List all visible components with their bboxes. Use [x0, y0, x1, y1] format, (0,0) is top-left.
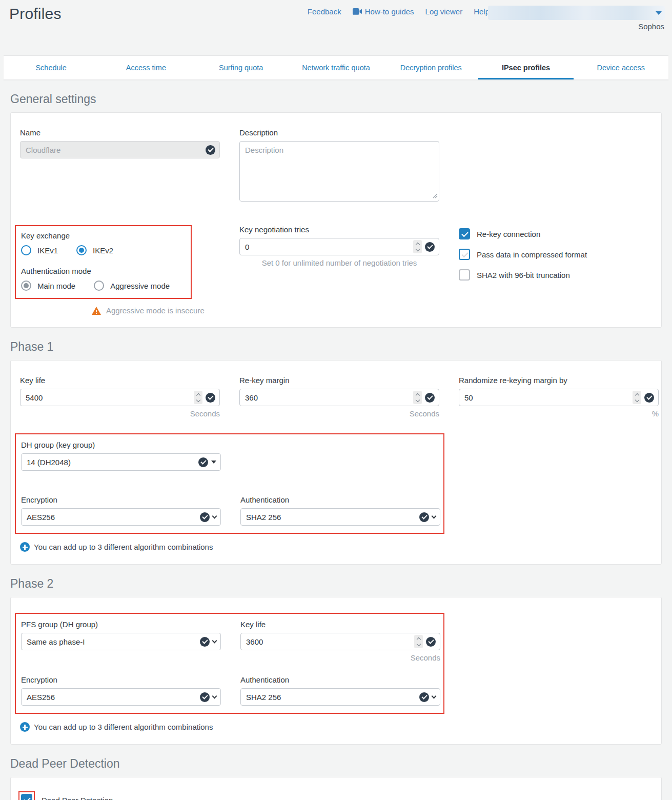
tab-label: Decryption profiles [400, 64, 462, 72]
p2-authentication-select[interactable]: SHA2 256 [240, 688, 440, 706]
p2-pfs-group-select[interactable]: Same as phase-I [21, 633, 221, 650]
radio-label: IKEv2 [93, 246, 113, 255]
dpd-heading: Dead Peer Detection [10, 757, 672, 771]
howto-guides-label: How-to guides [365, 7, 414, 16]
p2-authentication-label: Authentication [240, 675, 440, 684]
account-selector[interactable] [488, 6, 665, 20]
tab-label: Surfing quota [219, 64, 263, 72]
number-stepper[interactable] [413, 240, 422, 253]
tab-ipsec-profiles[interactable]: IPsec profiles [478, 56, 573, 79]
radio-icon [21, 245, 31, 255]
p2-key-life-value: 3600 [246, 637, 263, 646]
checkbox-icon [459, 249, 470, 260]
log-viewer-label: Log viewer [425, 7, 463, 16]
p1-rekey-margin-label: Re-key margin [239, 376, 439, 385]
radio-aggressive-mode[interactable]: Aggressive mode [94, 281, 170, 291]
name-value: Cloudflare [26, 146, 60, 154]
p1-encryption-select[interactable]: AES256 [21, 508, 221, 526]
checkbox-label: Re-key connection [477, 230, 540, 238]
tab-network-traffic-quota[interactable]: Network traffic quota [289, 56, 383, 79]
caret-down-icon [211, 461, 216, 464]
radio-label: IKEv1 [37, 246, 58, 255]
warning-icon [92, 307, 101, 315]
checkbox-label: SHA2 with 96-bit truncation [477, 271, 570, 279]
valid-check-icon [200, 637, 210, 647]
checkbox-rekey-connection[interactable]: Re-key connection [459, 228, 659, 239]
number-stepper[interactable] [413, 391, 422, 404]
tab-schedule[interactable]: Schedule [4, 56, 98, 79]
valid-check-icon [419, 512, 429, 522]
feedback-link[interactable]: Feedback [308, 7, 341, 16]
tab-decryption-profiles[interactable]: Decryption profiles [383, 56, 478, 79]
key-negotiation-input[interactable]: 0 [239, 238, 439, 255]
plus-circle-icon[interactable] [20, 542, 30, 552]
checkbox-sha2-truncation[interactable]: SHA2 with 96-bit truncation [459, 269, 659, 281]
p1-dh-group-select[interactable]: 14 (DH2048) [21, 453, 221, 471]
phase1-heading: Phase 1 [10, 340, 672, 354]
page-header: Profiles Feedback How-to guides Log view… [0, 0, 672, 55]
p1-authentication-value: SHA2 256 [246, 513, 281, 522]
tab-label: Network traffic quota [302, 64, 370, 72]
tab-access-time[interactable]: Access time [98, 56, 193, 79]
checkbox-icon [459, 269, 470, 281]
p1-authentication-select[interactable]: SHA2 256 [240, 508, 440, 526]
p1-rekey-margin-input[interactable]: 360 [239, 389, 439, 406]
tab-label: Access time [126, 64, 166, 72]
radio-ikev1[interactable]: IKEv1 [21, 245, 58, 255]
p2-key-life-label: Key life [240, 620, 440, 629]
number-stepper[interactable] [414, 635, 423, 648]
tab-surfing-quota[interactable]: Surfing quota [194, 56, 289, 79]
p2-encryption-value: AES256 [27, 693, 55, 702]
header-links: Feedback How-to guides Log viewer Help [308, 7, 490, 16]
p1-add-combination-note: You can add up to 3 different algorithm … [20, 542, 652, 552]
resize-grip-icon[interactable] [433, 191, 438, 200]
p2-add-combination-note: You can add up to 3 different algorithm … [20, 722, 652, 732]
radio-main-mode[interactable]: Main mode [21, 281, 75, 291]
dpd-card: Dead Peer Detection Check peer after eve… [10, 777, 662, 800]
chevron-down-icon [212, 638, 217, 643]
phase1-card: Key life 5400 Seconds Re-key margin 360 … [10, 360, 662, 565]
radio-ikev2[interactable]: IKEv2 [76, 245, 113, 255]
description-textarea[interactable]: Description [239, 141, 439, 202]
help-link[interactable]: Help [474, 7, 490, 16]
p1-randomize-input[interactable]: 50 [459, 389, 659, 406]
number-stepper[interactable] [194, 391, 202, 404]
p2-key-life-input[interactable]: 3600 [240, 633, 440, 650]
tab-device-access[interactable]: Device access [574, 56, 668, 79]
tab-label: Schedule [35, 64, 66, 72]
auth-mode-label: Authentication mode [21, 267, 186, 275]
name-input[interactable]: Cloudflare [20, 141, 220, 158]
valid-check-icon [200, 512, 210, 522]
brand-label: Sophos [638, 22, 664, 31]
howto-guides-link[interactable]: How-to guides [353, 7, 414, 16]
p2-authentication-value: SHA2 256 [246, 693, 281, 702]
feedback-label: Feedback [308, 7, 341, 16]
valid-check-icon [426, 637, 436, 647]
warning-text: Aggressive mode is insecure [106, 306, 205, 315]
note-text: You can add up to 3 different algorithm … [34, 543, 213, 551]
radio-label: Aggressive mode [110, 282, 170, 290]
number-stepper[interactable] [633, 391, 641, 404]
checkbox-label: Pass data in compressed format [477, 250, 587, 259]
p2-pfs-group-value: Same as phase-I [27, 637, 85, 646]
chevron-down-icon [432, 513, 437, 518]
log-viewer-link[interactable]: Log viewer [425, 7, 463, 16]
annotation-box-dpd-checkbox [18, 791, 35, 800]
checkbox-dead-peer-detection[interactable]: Dead Peer Detection [20, 793, 652, 800]
p2-key-life-unit: Seconds [240, 653, 440, 662]
annotation-box-phase2-algorithms: PFS group (DH group) Same as phase-I Key… [15, 613, 444, 714]
p2-encryption-select[interactable]: AES256 [21, 688, 221, 706]
checkbox-pass-data-compressed[interactable]: Pass data in compressed format [459, 249, 659, 260]
phase2-heading: Phase 2 [10, 577, 672, 591]
p1-dh-group-label: DH group (key group) [21, 441, 221, 449]
p1-rekey-margin-unit: Seconds [239, 409, 439, 418]
video-camera-icon [353, 8, 362, 15]
p1-key-life-label: Key life [20, 376, 220, 385]
p1-key-life-value: 5400 [26, 393, 43, 402]
checkbox-checked-icon [21, 794, 32, 800]
phase2-card: PFS group (DH group) Same as phase-I Key… [10, 597, 662, 745]
plus-circle-icon[interactable] [20, 722, 30, 732]
p1-key-life-input[interactable]: 5400 [20, 389, 220, 406]
tab-bar: Schedule Access time Surfing quota Netwo… [4, 55, 668, 80]
annotation-box-key-exchange: Key exchange IKEv1 IKEv2 Authentication … [15, 225, 192, 299]
